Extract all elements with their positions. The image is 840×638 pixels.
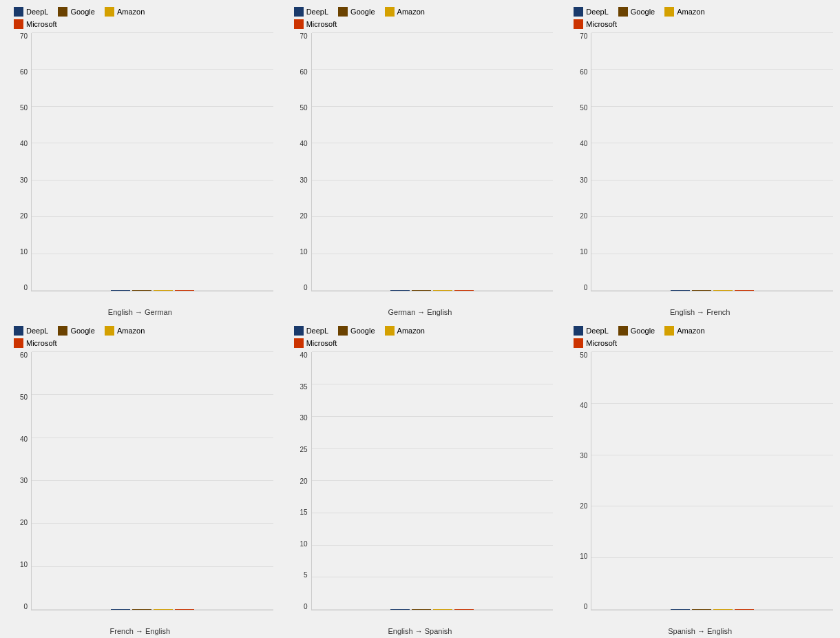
- chart-inner-fre-eng: 6050403020100: [7, 352, 273, 624]
- bar-google-eng-spa: [412, 609, 431, 610]
- y-tick-label: 60: [300, 69, 308, 76]
- bars-container-spa-eng: [591, 352, 833, 610]
- legend-color-microsoft: [574, 338, 583, 348]
- bar-amazon-eng-ger: [154, 290, 173, 291]
- chart-inner-eng-spa: 4035302520151050: [287, 352, 554, 624]
- chart-eng-fre: DeepLGoogleAmazonMicrosoft70605040302010…: [560, 0, 840, 319]
- legend-label-deepl: DeepL: [586, 327, 608, 335]
- legend-item-amazon: Amazon: [385, 7, 425, 17]
- legend-item-microsoft: Microsoft: [574, 338, 617, 348]
- legend-label-deepl: DeepL: [306, 8, 328, 16]
- legend-item-google: Google: [58, 7, 94, 17]
- legend-label-google: Google: [631, 8, 655, 16]
- chart-area-ger-eng: 706050403020100German → English: [287, 33, 554, 319]
- legend-row2: Microsoft: [294, 338, 554, 348]
- bar-deepl-eng-ger: [111, 290, 130, 291]
- legend-label-amazon: Amazon: [677, 327, 704, 335]
- legend-fre-eng: DeepLGoogleAmazonMicrosoft: [7, 326, 273, 348]
- y-tick-label: 15: [300, 509, 308, 516]
- legend-label-google: Google: [350, 327, 375, 335]
- bar-group-eng-ger: [45, 290, 260, 291]
- y-tick-label: 20: [300, 478, 308, 485]
- legend-item-amazon: Amazon: [385, 326, 425, 336]
- chart-area-fre-eng: 6050403020100French → English: [7, 352, 273, 638]
- y-tick-label: 10: [300, 541, 308, 548]
- y-tick-label: 40: [20, 436, 28, 443]
- bar-group-spa-eng: [605, 609, 819, 610]
- bars-container-eng-ger: [32, 33, 273, 291]
- x-label-eng-fre: English → French: [567, 305, 833, 319]
- y-tick-label: 30: [580, 177, 587, 184]
- legend-color-amazon: [664, 7, 674, 17]
- legend-color-microsoft: [294, 338, 304, 348]
- legend-label-deepl: DeepL: [26, 327, 48, 335]
- legend-row1: DeepLGoogleAmazon: [294, 326, 554, 336]
- legend-row1: DeepLGoogleAmazon: [14, 326, 273, 336]
- y-tick-label: 50: [580, 352, 587, 359]
- bar-amazon-eng-fre: [713, 290, 733, 291]
- bar-deepl-ger-eng: [390, 290, 410, 291]
- legend-row2: Microsoft: [14, 338, 273, 348]
- legend-label-google: Google: [70, 8, 94, 16]
- y-tick-label: 10: [20, 562, 28, 568]
- bar-microsoft-eng-fre: [735, 290, 754, 291]
- legend-color-microsoft: [14, 19, 23, 29]
- legend-item-google: Google: [58, 326, 94, 336]
- legend-color-deepl: [294, 326, 304, 336]
- y-tick-label: 60: [20, 352, 28, 359]
- y-axis-fre-eng: 6050403020100: [7, 352, 31, 624]
- y-tick-label: 10: [300, 249, 308, 256]
- y-tick-label: 0: [304, 285, 308, 291]
- legend-color-amazon: [105, 7, 114, 17]
- y-tick-label: 60: [20, 69, 28, 76]
- x-label-ger-eng: German → English: [287, 305, 554, 319]
- chart-eng-ger: DeepLGoogleAmazonMicrosoft70605040302010…: [0, 0, 280, 319]
- chart-spa-eng: DeepLGoogleAmazonMicrosoft50403020100Spa…: [560, 319, 840, 638]
- legend-item-deepl: DeepL: [574, 326, 608, 336]
- y-axis-eng-fre: 706050403020100: [567, 33, 591, 305]
- legend-item-amazon: Amazon: [664, 326, 704, 336]
- y-tick-label: 30: [20, 477, 28, 484]
- legend-item-amazon: Amazon: [105, 326, 145, 336]
- legend-color-google: [618, 7, 628, 17]
- legend-label-microsoft: Microsoft: [26, 339, 57, 347]
- y-tick-label: 20: [300, 213, 308, 220]
- y-tick-label: 30: [300, 415, 308, 422]
- legend-color-amazon: [385, 326, 395, 336]
- bar-amazon-spa-eng: [713, 609, 733, 610]
- legend-row1: DeepLGoogleAmazon: [294, 7, 554, 17]
- legend-label-deepl: DeepL: [586, 8, 608, 16]
- bars-container-fre-eng: [32, 352, 273, 610]
- bar-microsoft-fre-eng: [175, 609, 194, 610]
- bar-google-fre-eng: [132, 609, 151, 610]
- y-tick-label: 50: [20, 105, 28, 112]
- y-axis-ger-eng: 706050403020100: [287, 33, 311, 305]
- y-tick-label: 60: [580, 69, 587, 76]
- legend-ger-eng: DeepLGoogleAmazonMicrosoft: [287, 7, 554, 29]
- bars-container-eng-spa: [312, 352, 554, 610]
- y-tick-label: 50: [20, 394, 28, 401]
- y-tick-label: 10: [580, 553, 587, 560]
- y-tick-label: 30: [20, 177, 28, 184]
- legend-item-deepl: DeepL: [14, 326, 48, 336]
- legend-label-amazon: Amazon: [677, 8, 704, 16]
- legend-item-microsoft: Microsoft: [574, 19, 617, 29]
- chart-area-spa-eng: 50403020100Spanish → English: [567, 352, 833, 638]
- legend-color-deepl: [574, 7, 583, 17]
- legend-item-google: Google: [338, 326, 375, 336]
- legend-label-google: Google: [631, 327, 655, 335]
- legend-row1: DeepLGoogleAmazon: [574, 7, 833, 17]
- bar-google-ger-eng: [412, 290, 431, 291]
- y-tick-label: 40: [580, 402, 587, 409]
- y-tick-label: 10: [580, 249, 587, 256]
- y-tick-label: 0: [23, 285, 28, 291]
- legend-row2: Microsoft: [574, 338, 833, 348]
- chart-inner-spa-eng: 50403020100: [567, 352, 833, 624]
- y-tick-label: 50: [580, 105, 587, 112]
- x-label-spa-eng: Spanish → English: [567, 624, 833, 638]
- legend-color-microsoft: [14, 338, 23, 348]
- y-tick-label: 40: [580, 141, 587, 147]
- legend-item-microsoft: Microsoft: [294, 338, 337, 348]
- bar-group-ger-eng: [326, 290, 540, 291]
- legend-color-google: [58, 7, 67, 17]
